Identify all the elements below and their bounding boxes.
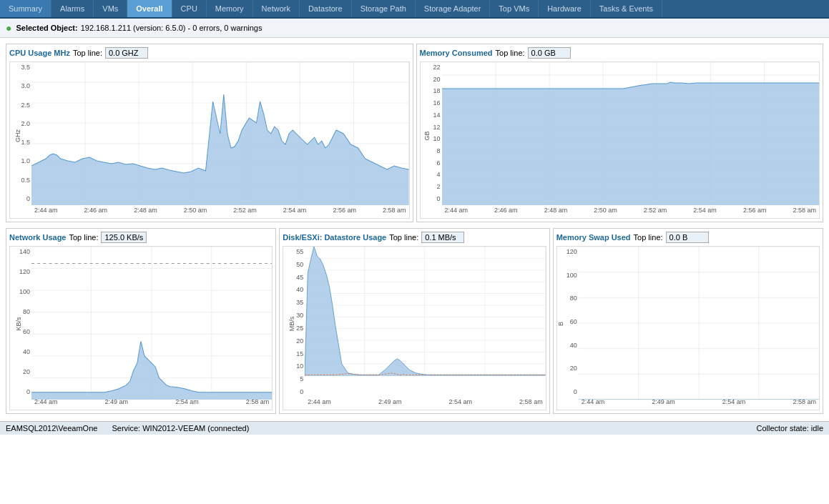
memory-svg <box>442 62 820 205</box>
host-version-val: version: 6.5.0 <box>136 24 183 32</box>
memory-svg-area <box>442 62 820 205</box>
footer-collector: Collector state: idle <box>756 424 823 433</box>
tab-alarms[interactable]: Alarms <box>51 0 94 17</box>
nav-tabs: Summary Alarms VMs Overall CPU Memory Ne… <box>0 0 829 19</box>
footer-service: Service: WIN2012-VEEAM (connected) <box>112 424 249 433</box>
network-svg-area <box>31 247 272 397</box>
datastore-unit-label: MB/s <box>289 316 296 331</box>
tab-topvms[interactable]: Top VMs <box>490 0 539 17</box>
memswap-svg <box>579 247 819 400</box>
cpu-svg <box>31 62 409 205</box>
memswap-topline-value: 0.0 B <box>666 232 709 243</box>
memswap-topline-label: Top line: <box>634 233 663 242</box>
status-ok-icon: ● <box>6 22 11 34</box>
cpu-chart-panel: CPU Usage MHz Top line: 0.0 GHZ 3.53.02.… <box>6 44 413 222</box>
host-errors: 0 errors, 0 warnings <box>192 24 262 32</box>
cpu-chart-title: CPU Usage MHz <box>9 49 70 57</box>
datastore-topline-value: 0.1 MB/s <box>421 232 464 243</box>
charts-row-top: CPU Usage MHz Top line: 0.0 GHZ 3.53.02.… <box>4 42 825 224</box>
cpu-chart-area: 3.53.02.52.01.51.00.50 GHz <box>9 61 410 219</box>
footer-app-name: EAMSQL2012\VeeamOne <box>6 424 97 433</box>
memory-x-axis: 2:44 am2:46 am2:48 am2:50 am2:52 am2:54 … <box>442 205 820 218</box>
tab-summary[interactable]: Summary <box>0 0 51 17</box>
host-paren: ) <box>183 24 186 32</box>
datastore-chart-header: Disk/ESXi: Datastore Usage Top line: 0.1… <box>283 232 546 243</box>
tab-tasksevents[interactable]: Tasks & Events <box>591 0 662 17</box>
datastore-chart-title: Disk/ESXi: Datastore Usage <box>283 233 386 242</box>
datastore-x-axis: 2:44 am2:49 am2:54 am2:58 am <box>305 397 545 410</box>
status-bar: ● Selected Object: 192.168.1.211 (versio… <box>0 19 829 38</box>
tab-cpu[interactable]: CPU <box>172 0 207 17</box>
memswap-x-axis: 2:44 am2:49 am2:54 am2:58 am <box>579 397 819 410</box>
cpu-svg-area <box>31 62 409 205</box>
charts-row-bottom: Network Usage Top line: 125.0 KB/s 14012… <box>4 227 825 415</box>
memswap-chart-title: Memory Swap Used <box>556 233 631 242</box>
datastore-chart-panel: Disk/ESXi: Datastore Usage Top line: 0.1… <box>279 228 549 414</box>
tab-overall[interactable]: Overall <box>127 0 172 17</box>
memory-topline-value: 0.0 GB <box>528 47 571 59</box>
host-address: 192.168.1.211 <box>81 24 131 32</box>
datastore-topline-label: Top line: <box>389 233 418 242</box>
tab-network[interactable]: Network <box>253 0 300 17</box>
memory-chart-panel: Memory Consumed Top line: 0.0 GB 2220181… <box>416 44 824 222</box>
svg-marker-15 <box>31 94 409 205</box>
selected-object-label: Selected Object: <box>16 24 77 32</box>
datastore-chart-area: 5550454035302520151050 MB/s <box>283 246 546 410</box>
tab-memory[interactable]: Memory <box>207 0 253 17</box>
datastore-svg <box>305 247 545 376</box>
network-topline-value: 125.0 KB/s <box>101 232 147 243</box>
footer-bar: EAMSQL2012\VeeamOne Service: WIN2012-VEE… <box>0 421 829 435</box>
memory-chart-title: Memory Consumed <box>420 49 493 57</box>
footer-left: EAMSQL2012\VeeamOne Service: WIN2012-VEE… <box>6 424 249 433</box>
memory-chart-area: 2220181614121086420 GB <box>420 61 820 219</box>
memory-unit-label: GB <box>423 132 430 141</box>
network-unit-label: KB/s <box>15 317 22 330</box>
tab-storagepath[interactable]: Storage Path <box>352 0 416 17</box>
network-svg <box>31 247 272 400</box>
network-chart-title: Network Usage <box>9 233 66 242</box>
cpu-x-axis: 2:44 am2:46 am2:48 am2:50 am2:52 am2:54 … <box>31 205 409 218</box>
svg-marker-34 <box>442 82 820 205</box>
tab-hardware[interactable]: Hardware <box>539 0 591 17</box>
memswap-chart-header: Memory Swap Used Top line: 0.0 B <box>556 232 820 243</box>
network-chart-header: Network Usage Top line: 125.0 KB/s <box>9 232 273 243</box>
tab-vms[interactable]: VMs <box>94 0 127 17</box>
memswap-chart-panel: Memory Swap Used Top line: 0.0 B 1201008… <box>553 228 823 414</box>
cpu-topline-value: 0.0 GHZ <box>105 47 148 59</box>
tab-datastore[interactable]: Datastore <box>300 0 352 17</box>
memory-chart-header: Memory Consumed Top line: 0.0 GB <box>420 47 820 59</box>
network-x-axis: 2:44 am2:49 am2:54 am2:58 am <box>31 397 272 410</box>
datastore-svg-area <box>305 247 545 397</box>
network-chart-area: 140120100806040200 KB/s <box>9 246 273 410</box>
memswap-unit-label: B <box>557 322 564 326</box>
cpu-unit-label: GHz <box>14 129 21 142</box>
memory-topline-label: Top line: <box>496 49 525 57</box>
network-topline-label: Top line: <box>69 233 98 242</box>
cpu-chart-header: CPU Usage MHz Top line: 0.0 GHZ <box>9 47 410 59</box>
charts-container: CPU Usage MHz Top line: 0.0 GHZ 3.53.02.… <box>0 38 829 421</box>
tab-storageadapter[interactable]: Storage Adapter <box>416 0 491 17</box>
network-chart-panel: Network Usage Top line: 125.0 KB/s 14012… <box>6 228 276 414</box>
memswap-chart-area: 120100806040200 B <box>556 246 820 410</box>
cpu-topline-label: Top line: <box>73 49 102 57</box>
memswap-svg-area <box>579 247 819 397</box>
